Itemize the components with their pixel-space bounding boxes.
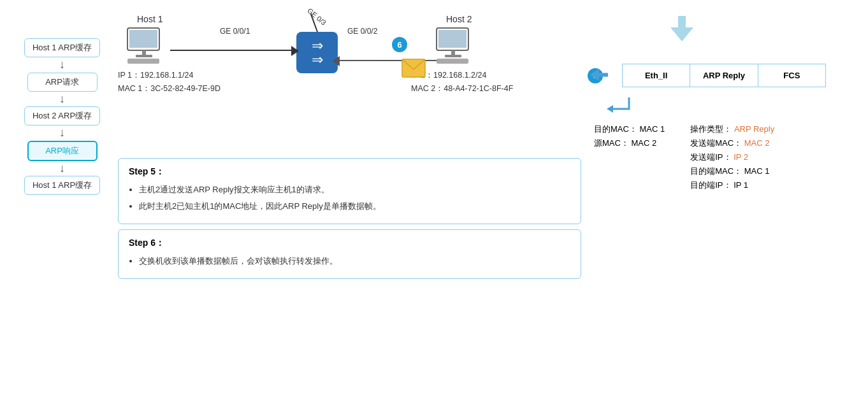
host2-info: IP 2：192.168.1.2/24 MAC 2：48-A4-72-1C-8F… <box>411 69 513 96</box>
ge003-label: GE 0/3 <box>306 6 328 26</box>
svg-rect-1 <box>129 30 157 48</box>
network-diagram: Host 1 IP 1：192.168.1.1/24 MAC 1：3C-52-8… <box>118 13 581 153</box>
op-type-label: 操作类型： <box>690 124 732 134</box>
eth-cell-2: ARP Reply <box>690 64 758 87</box>
flow-box-host1-arp: Host 1 ARP缓存 <box>24 38 100 57</box>
dest-ip-value: IP 1 <box>734 180 748 190</box>
svg-rect-7 <box>451 50 455 55</box>
host1-icon <box>124 27 169 65</box>
dest-mac2-value: MAC 1 <box>744 166 770 176</box>
flow-arrow-4: ↓ <box>59 162 65 176</box>
dest-mac-value: MAC 1 <box>640 124 665 134</box>
src-mac-row: 源MAC： MAC 2 <box>594 138 665 149</box>
switch-arrows-icon: ⇒⇒ <box>312 39 323 67</box>
step5-bullet-1: 主机2通过发送ARP Reply报文来响应主机1的请求。 <box>139 183 570 197</box>
host2-icon <box>433 27 478 65</box>
send-mac-row: 发送端MAC： MAC 2 <box>690 138 774 149</box>
send-ip-row: 发送端IP： IP 2 <box>690 152 774 163</box>
line-h1-switch <box>170 50 296 51</box>
flow-arrow-3: ↓ <box>59 126 65 140</box>
svg-rect-2 <box>142 50 146 55</box>
flow-arrow-2: ↓ <box>59 92 65 106</box>
flowchart: Host 1 ARP缓存 ↓ ARP请求 ↓ Host 2 ARP缓存 ↓ AR… <box>13 13 112 401</box>
step5-box: Step 5： 主机2通过发送ARP Reply报文来响应主机1的请求。 此时主… <box>118 158 581 224</box>
arrow-left-1 <box>332 56 340 66</box>
arp-left-col: 目的MAC： MAC 1 源MAC： MAC 2 <box>594 124 665 191</box>
step5-bullet-2: 此时主机2已知主机1的MAC地址，因此ARP Reply是单播数据帧。 <box>139 199 570 213</box>
dest-mac-row: 目的MAC： MAC 1 <box>594 124 665 135</box>
envelope-icon <box>401 59 426 80</box>
dest-ip-row: 目的端IP： IP 1 <box>690 180 774 191</box>
right-area: 5 Eth_II ARP Reply FCS <box>588 13 855 401</box>
eth-cell-1: Eth_II <box>623 64 690 87</box>
step6-box: Step 6： 交换机收到该单播数据帧后，会对该帧执行转发操作。 <box>118 229 581 279</box>
flow-box-host2-arp: Host 2 ARP缓存 <box>24 106 100 125</box>
dest-mac2-label: 目的端MAC： <box>690 166 742 176</box>
dest-mac-label: 目的MAC： <box>594 124 637 134</box>
dest-ip-label: 目的端IP： <box>690 180 731 190</box>
flow-arrow-1: ↓ <box>59 58 65 72</box>
host2-down-arrow <box>670 16 693 41</box>
send-mac-value: MAC 2 <box>744 138 770 148</box>
src-mac-value: MAC 2 <box>632 138 657 148</box>
op-type-value: ARP Reply <box>734 124 774 134</box>
eth-frame: Eth_II ARP Reply FCS <box>622 64 826 87</box>
eth-frame-container: Eth_II ARP Reply FCS <box>609 64 826 87</box>
step5-title: Step 5： <box>129 166 570 178</box>
flow-box-arp-response: ARP响应 <box>27 141 98 161</box>
send-mac-label: 发送端MAC： <box>690 138 742 148</box>
svg-marker-12 <box>607 105 613 113</box>
step6-bullet-1: 交换机收到该单播数据帧后，会对该帧执行转发操作。 <box>139 254 570 268</box>
step6-content: 交换机收到该单播数据帧后，会对该帧执行转发操作。 <box>129 254 570 268</box>
flow-box-arp-request: ARP请求 <box>27 73 98 92</box>
send-ip-value: IP 2 <box>734 152 748 162</box>
switch-icon: ⇒⇒ <box>296 32 338 73</box>
ge002-label: GE 0/0/2 <box>347 27 377 36</box>
dest-mac2-row: 目的端MAC： MAC 1 <box>690 166 774 177</box>
blue-arrow-eth <box>590 68 608 83</box>
host1-label: Host 1 <box>137 14 163 24</box>
eth-frame-row: 5 Eth_II ARP Reply FCS <box>588 64 855 87</box>
src-mac-label: 源MAC： <box>594 138 629 148</box>
svg-rect-8 <box>445 55 461 57</box>
host1-info: IP 1：192.168.1.1/24 MAC 1：3C-52-82-49-7E… <box>118 69 221 96</box>
svg-rect-3 <box>136 55 152 57</box>
flow-box-host1-arp-cache: Host 1 ARP缓存 <box>24 176 100 195</box>
send-ip-label: 发送端IP： <box>690 152 731 162</box>
eth-cell-3: FCS <box>758 64 825 87</box>
center-area: Host 1 IP 1：192.168.1.1/24 MAC 1：3C-52-8… <box>118 13 581 401</box>
step6-title: Step 6： <box>129 238 570 249</box>
svg-marker-11 <box>590 68 608 81</box>
step5-content: 主机2通过发送ARP Reply报文来响应主机1的请求。 此时主机2已知主机1的… <box>129 183 570 213</box>
arrow-right-1 <box>291 46 299 56</box>
blue-down-left-arrow <box>607 96 855 117</box>
op-type-row: 操作类型： ARP Reply <box>690 124 774 135</box>
svg-rect-4 <box>127 59 159 64</box>
svg-rect-6 <box>438 30 467 48</box>
badge-6: 6 <box>392 37 407 52</box>
main-container: Host 1 ARP缓存 ↓ ARP请求 ↓ Host 2 ARP缓存 ↓ AR… <box>0 0 868 407</box>
right-top-space <box>588 13 855 51</box>
svg-rect-9 <box>437 59 468 64</box>
arp-info-section: 目的MAC： MAC 1 源MAC： MAC 2 操作类型： ARP Reply… <box>588 124 855 191</box>
ge001-label: GE 0/0/1 <box>220 27 250 36</box>
arp-right-col: 操作类型： ARP Reply 发送端MAC： MAC 2 发送端IP： IP … <box>690 124 774 191</box>
host2-label: Host 2 <box>446 14 472 24</box>
